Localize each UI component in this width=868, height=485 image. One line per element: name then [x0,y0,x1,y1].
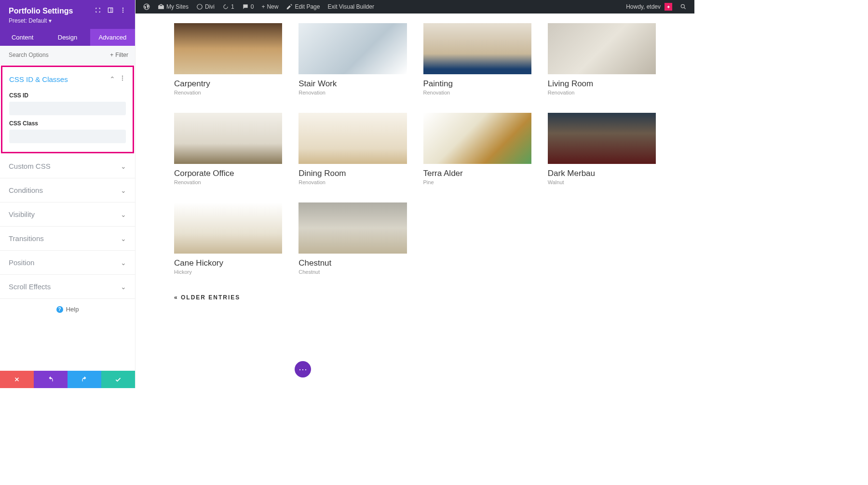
portfolio-grid: CarpentryRenovation Stair WorkRenovation… [174,23,656,275]
avatar: ✦ [665,3,672,11]
css-id-classes-section: CSS ID & Classes ⌃ CSS ID CSS Class [1,66,134,153]
svg-point-0 [122,8,123,9]
sidebar-title: Portfolio Settings [9,7,73,15]
svg-point-5 [122,80,123,81]
portfolio-thumb [174,202,282,254]
howdy-link[interactable]: Howdy, etdev✦ [622,3,676,11]
section-header-css[interactable]: CSS ID & Classes ⌃ [9,71,126,87]
portfolio-thumb [298,113,407,164]
preset-selector[interactable]: Preset: Default ▾ [9,17,126,24]
section-position[interactable]: Position ⌄ [0,251,135,275]
redo-button[interactable] [68,371,101,388]
search-row: + Filter [0,46,135,65]
svg-point-3 [122,76,123,77]
portfolio-item[interactable]: Corporate OfficeRenovation [174,113,282,185]
portfolio-item[interactable]: Living RoomRenovation [548,23,656,95]
section-transitions[interactable]: Transitions ⌄ [0,227,135,251]
portfolio-thumb [548,113,656,164]
chevron-down-icon: ⌄ [121,259,126,267]
portfolio-thumb [298,23,407,74]
filter-button[interactable]: + Filter [103,52,135,58]
portfolio-item[interactable]: ChestnutChestnut [298,202,407,275]
comments-link[interactable]: 0 [238,3,258,10]
help-link[interactable]: ? Help [0,299,135,320]
svg-point-1 [122,10,123,11]
new-link[interactable]: +New [258,3,282,10]
search-icon[interactable] [676,3,691,10]
settings-sidebar: Portfolio Settings Preset: Default ▾ Con… [0,0,136,388]
expand-icon[interactable] [95,7,101,15]
portfolio-thumb [174,113,282,164]
undo-button[interactable] [34,371,68,388]
my-sites-link[interactable]: My Sites [154,3,192,10]
css-id-input[interactable] [9,102,126,115]
portfolio-thumb [423,113,531,164]
portfolio-thumb [174,23,282,74]
section-conditions[interactable]: Conditions ⌄ [0,178,135,202]
portfolio-item[interactable]: PaintingRenovation [423,23,531,95]
updates-link[interactable]: 1 [218,3,238,10]
css-class-input[interactable] [9,130,126,143]
chevron-down-icon: ⌄ [121,187,126,194]
wp-admin-bar: My Sites Divi 1 0 +New Edit Page Exit Vi… [136,0,694,13]
section-visibility[interactable]: Visibility ⌄ [0,202,135,227]
chevron-down-icon: ⌄ [121,211,126,218]
section-scroll-effects[interactable]: Scroll Effects ⌄ [0,275,135,299]
portfolio-item[interactable]: Cane HickoryHickory [174,202,282,275]
portfolio-thumb [423,23,531,74]
chevron-down-icon: ⌄ [121,162,126,170]
exit-builder-link[interactable]: Exit Visual Builder [324,3,378,10]
portfolio-item[interactable]: Stair WorkRenovation [298,23,407,95]
svg-point-7 [197,4,203,10]
builder-fab[interactable]: ⋯ [295,361,311,377]
site-link[interactable]: Divi [192,3,218,10]
more-icon[interactable] [119,75,126,83]
page-preview: CarpentryRenovation Stair WorkRenovation… [136,13,694,388]
svg-point-2 [122,12,123,13]
edit-page-link[interactable]: Edit Page [282,3,324,10]
tab-content[interactable]: Content [0,29,45,46]
css-id-label: CSS ID [9,92,126,99]
tab-advanced[interactable]: Advanced [90,29,135,46]
wp-logo[interactable] [139,3,154,10]
sidebar-body: CSS ID & Classes ⌃ CSS ID CSS Class Cust… [0,65,135,371]
chevron-down-icon: ⌄ [121,283,126,291]
search-input[interactable] [0,46,103,64]
chevron-down-icon: ⌄ [121,235,126,242]
plus-icon: + [261,3,265,10]
more-icon[interactable] [120,7,126,15]
portfolio-thumb [298,202,407,254]
portfolio-item[interactable]: Dark MerbauWalnut [548,113,656,185]
portfolio-thumb [548,23,656,74]
sidebar-footer [0,371,135,388]
close-button[interactable] [0,371,34,388]
sidebar-tabs: Content Design Advanced [0,29,135,46]
save-button[interactable] [101,371,135,388]
chevron-up-icon: ⌃ [109,75,115,83]
css-class-label: CSS Class [9,120,126,127]
help-icon: ? [56,306,63,313]
svg-point-4 [122,78,123,79]
older-entries-link[interactable]: « OLDER ENTRIES [174,294,656,301]
sidebar-header: Portfolio Settings Preset: Default ▾ [0,0,135,29]
portfolio-item[interactable]: Terra AlderPine [423,113,531,185]
portfolio-item[interactable]: Dining RoomRenovation [298,113,407,185]
chevron-down-icon: ▾ [49,17,52,24]
more-icon: ⋯ [298,364,307,375]
tab-design[interactable]: Design [45,29,90,46]
plus-icon: + [110,52,113,58]
svg-point-8 [681,4,684,8]
section-custom-css[interactable]: Custom CSS ⌄ [0,154,135,178]
dock-icon[interactable] [107,7,114,15]
portfolio-item[interactable]: CarpentryRenovation [174,23,282,95]
